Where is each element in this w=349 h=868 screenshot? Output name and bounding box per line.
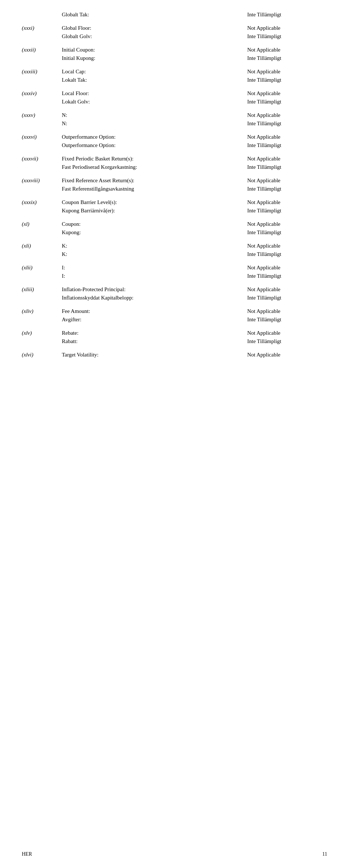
label-text: Lokalt Golv:: [62, 99, 90, 105]
row-index: (xxxviii): [22, 174, 58, 185]
row-value-se: Inte Tillämpligt: [244, 316, 327, 326]
table-row: (xl) Coupon: Not Applicable: [22, 217, 327, 229]
table-row: (xxxvii) Fixed Periodic Basket Return(s)…: [22, 152, 327, 163]
index-text: (xxxiii): [22, 69, 37, 74]
row-index: (xlvi): [22, 348, 58, 359]
table-row: Fast Referenstillgångsavkastning Inte Ti…: [22, 185, 327, 196]
value-text: Inte Tillämpligt: [247, 99, 281, 105]
row-value-en: Not Applicable: [244, 152, 327, 163]
row-label-se: Lokalt Golv:: [58, 98, 244, 109]
row-value-en: Not Applicable: [244, 196, 327, 207]
index-text: (xlv): [22, 330, 32, 336]
label-text: Avgifter:: [62, 317, 81, 322]
value-text: Inte Tillämpligt: [247, 164, 281, 170]
table-row: K: Inte Tillämpligt: [22, 250, 327, 261]
table-row: (xxxviii) Fixed Reference Asset Return(s…: [22, 174, 327, 185]
row-label-en: Fixed Reference Asset Return(s):: [58, 174, 244, 185]
value-text: Inte Tillämpligt: [247, 55, 281, 61]
value-text: Not Applicable: [247, 199, 280, 205]
row-value-en: Not Applicable: [244, 326, 327, 338]
value-text: Not Applicable: [247, 69, 280, 74]
page-container: Globalt Tak: Inte Tillämpligt (xxxi) Glo…: [0, 0, 349, 868]
table-row: (xxxiii) Local Cap: Not Applicable: [22, 65, 327, 76]
row-label-en: Outperformance Option:: [58, 130, 244, 142]
label-text: Inflation-Protected Principal:: [62, 286, 125, 292]
label-text: I:: [62, 273, 65, 279]
row-index: (xxxv): [22, 109, 58, 120]
value-text: Not Applicable: [247, 286, 280, 292]
row-index: [22, 185, 58, 196]
label-text: Fixed Reference Asset Return(s):: [62, 178, 135, 183]
value-text: Inte Tillämpligt: [247, 121, 281, 126]
row-label-en: N:: [58, 109, 244, 120]
table-row: (xlii) I: Not Applicable: [22, 261, 327, 272]
label-text: Local Floor:: [62, 90, 89, 96]
row-value-se: Inte Tillämpligt: [244, 229, 327, 239]
label-text: Lokalt Tak:: [62, 77, 87, 83]
table-row: (xliv) Fee Amount: Not Applicable: [22, 305, 327, 316]
index-text: (xli): [22, 243, 31, 249]
index-text: (xliv): [22, 308, 33, 314]
row-index: [22, 272, 58, 283]
index-text: (xxxv): [22, 112, 35, 118]
table-row: Kupong: Inte Tillämpligt: [22, 229, 327, 239]
row-index: [22, 76, 58, 87]
row-index: (xxxi): [22, 21, 58, 33]
value-text: Not Applicable: [247, 134, 280, 140]
row-label-en: Rebate:: [58, 326, 244, 338]
value-text: Not Applicable: [247, 330, 280, 336]
row-label-se: Fast Referenstillgångsavkastning: [58, 185, 244, 196]
row-value-se: Inte Tillämpligt: [244, 250, 327, 261]
label-text: N:: [62, 121, 67, 126]
row-label-en: Coupon Barrier Level(s):: [58, 196, 244, 207]
row-label-en: Coupon:: [58, 217, 244, 229]
table-row: (xxxv) N: Not Applicable: [22, 109, 327, 120]
label-text: K:: [62, 251, 67, 257]
label-text: Initial Kupong:: [62, 55, 95, 61]
table-row: (xlv) Rebate: Not Applicable: [22, 326, 327, 338]
value-text: Inte Tillämpligt: [247, 12, 281, 17]
label-text: Inflationsskyddat Kapitalbelopp:: [62, 295, 133, 301]
row-value-en: Not Applicable: [244, 130, 327, 142]
label-text: Outperformance Option:: [62, 142, 116, 148]
row-value-se: Inte Tillämpligt: [244, 294, 327, 305]
row-index: (xl): [22, 217, 58, 229]
row-value-se: Inte Tillämpligt: [244, 272, 327, 283]
label-text: Outperformance Option:: [62, 134, 116, 140]
row-value-se: Inte Tillämpligt: [244, 207, 327, 217]
row-label-se: Inflationsskyddat Kapitalbelopp:: [58, 294, 244, 305]
row-label-en: Local Cap:: [58, 65, 244, 76]
row-value-se: Inte Tillämpligt: [244, 98, 327, 109]
row-index: (xxxiv): [22, 87, 58, 98]
label-text: Initial Coupon:: [62, 47, 95, 53]
table-row: I: Inte Tillämpligt: [22, 272, 327, 283]
value-text: Inte Tillämpligt: [247, 317, 281, 322]
table-row: N: Inte Tillämpligt: [22, 120, 327, 130]
value-text: Not Applicable: [247, 178, 280, 183]
value-text: Inte Tillämpligt: [247, 186, 281, 192]
value-text: Not Applicable: [247, 47, 280, 53]
label-text: Fast Referenstillgångsavkastning: [62, 186, 134, 192]
index-text: (xl): [22, 221, 29, 227]
row-index: [22, 11, 58, 21]
row-value-en: Not Applicable: [244, 283, 327, 294]
label-text: Coupon Barrier Level(s):: [62, 199, 117, 205]
row-value-en: Not Applicable: [244, 43, 327, 54]
index-text: (xliii): [22, 286, 34, 292]
row-index: [22, 316, 58, 326]
table-row: (xxxiv) Local Floor: Not Applicable: [22, 87, 327, 98]
label-text: Fee Amount:: [62, 308, 90, 314]
row-value-en: Not Applicable: [244, 21, 327, 33]
row-index: (xlv): [22, 326, 58, 338]
row-index: (xxxii): [22, 43, 58, 54]
index-text: (xxxvi): [22, 134, 37, 140]
table-row: Lokalt Golv: Inte Tillämpligt: [22, 98, 327, 109]
value-text: Inte Tillämpligt: [247, 295, 281, 301]
index-text: (xxxi): [22, 25, 34, 31]
row-value-se: Inte Tillämpligt: [244, 142, 327, 152]
index-text: (xxxiv): [22, 90, 37, 96]
row-label-se: Avgifter:: [58, 316, 244, 326]
row-index: (xlii): [22, 261, 58, 272]
value-text: Inte Tillämpligt: [247, 77, 281, 83]
table-row: Lokalt Tak: Inte Tillämpligt: [22, 76, 327, 87]
